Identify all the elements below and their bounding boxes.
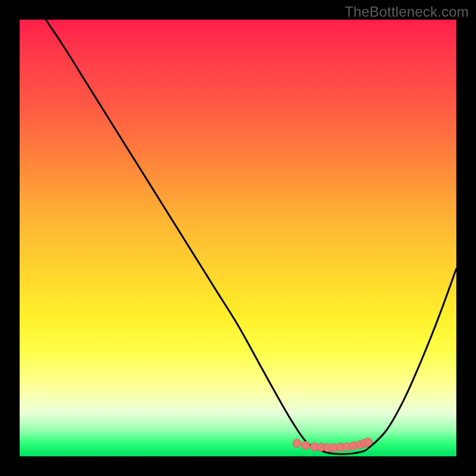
curve-marker [293, 439, 301, 447]
watermark-text: TheBottleneck.com [345, 4, 469, 20]
curve-marker [364, 438, 372, 446]
bottleneck-curve [46, 20, 456, 454]
chart-frame: TheBottleneck.com [0, 0, 476, 476]
curve-svg [20, 20, 456, 456]
curve-marker [302, 441, 310, 450]
plot-area [20, 20, 456, 456]
